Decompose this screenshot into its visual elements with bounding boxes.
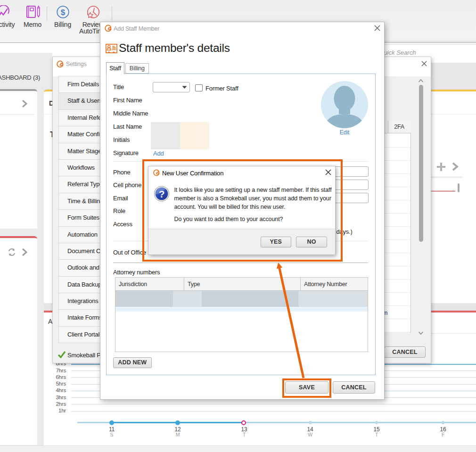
- svg-text:$: $: [61, 8, 66, 17]
